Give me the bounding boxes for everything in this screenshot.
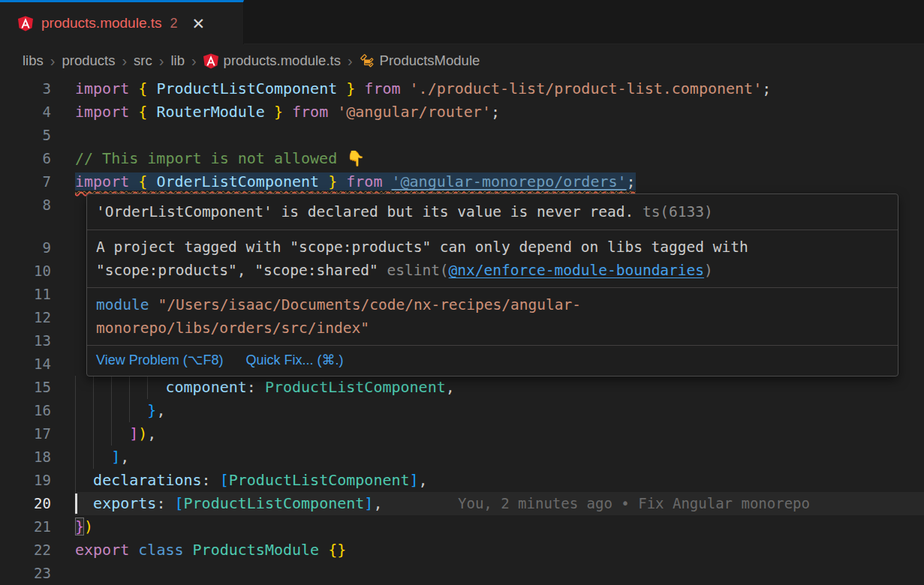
line-number: 16 — [0, 399, 51, 422]
tab-file-icon-slot — [18, 16, 33, 31]
line-number: 4 — [0, 100, 51, 124]
code-text[interactable]: // This import is not allowed 👇 — [75, 147, 924, 170]
code-line-19[interactable]: 19 declarations: [ProductListComponent], — [0, 469, 924, 492]
tab-bar: products.module.ts 2 ✕ — [0, 0, 924, 44]
code-text[interactable]: }, — [75, 399, 924, 422]
breadcrumb-separator: › — [50, 52, 56, 70]
indent-guide — [111, 422, 112, 446]
breadcrumb-separator: › — [191, 52, 197, 70]
tab-products-module[interactable]: products.module.ts 2 ✕ — [0, 0, 244, 44]
module-info: module"/Users/isaac/Documents/code/nx-re… — [87, 287, 898, 345]
module-path-line1: "/Users/isaac/Documents/code/nx-recipes/… — [158, 296, 581, 314]
git-blame-annotation: You, 2 minutes ago • Fix Angular monorep… — [458, 492, 810, 515]
code-line-20[interactable]: 20 exports: [ProductListComponent],You, … — [0, 492, 924, 515]
line-number: 8 — [0, 194, 51, 217]
code-text[interactable] — [75, 124, 924, 147]
view-problem-action[interactable]: View Problem (⌥F8) — [96, 350, 223, 370]
code-line-4[interactable]: 4import { RouterModule } from '@angular/… — [0, 100, 924, 124]
hover-actions: View Problem (⌥F8) Quick Fix... (⌘.) — [87, 345, 898, 376]
breadcrumb-item-libs[interactable]: libs — [23, 52, 44, 69]
code-line-7[interactable]: 7import { OrderListComponent } from '@an… — [0, 170, 924, 194]
line-number: 21 — [0, 515, 51, 538]
tab-error-count-badge: 2 — [170, 16, 178, 32]
diagnostic-ts: 'OrderListComponent' is declared but its… — [87, 194, 898, 230]
code-text[interactable]: export class ProductsModule {} — [75, 538, 924, 562]
indent-guide — [111, 399, 112, 422]
indent-guide — [93, 446, 94, 469]
module-path-line2: monorepo/libs/orders/src/index" — [96, 320, 369, 337]
indent-guide — [75, 469, 76, 492]
code-line-23[interactable]: 23 — [0, 562, 924, 585]
diagnostic-eslint: A project tagged with "scope:products" c… — [87, 230, 898, 287]
text-cursor — [75, 494, 77, 514]
code-line-21[interactable]: 21}) — [0, 515, 924, 538]
line-number: 5 — [0, 124, 51, 147]
indent-guide — [147, 376, 148, 399]
breadcrumb-separator: › — [122, 52, 127, 70]
code-text[interactable]: import { OrderListComponent } from '@ang… — [75, 170, 924, 194]
code-editor[interactable]: 3import { ProductListComponent } from '.… — [0, 77, 924, 585]
breadcrumb-item-products[interactable]: products — [62, 52, 115, 69]
code-text[interactable]: exports: [ProductListComponent],You, 2 m… — [75, 492, 924, 515]
breadcrumb-item-productsmodule[interactable]: ProductsModule — [360, 52, 480, 69]
eslint-rule-link[interactable]: @nx/enforce-module-boundaries — [449, 262, 704, 279]
code-text[interactable]: component: ProductListComponent, — [75, 376, 924, 399]
code-text[interactable]: import { RouterModule } from '@angular/r… — [75, 100, 924, 124]
line-number: 18 — [0, 446, 51, 469]
indent-guide — [93, 399, 94, 422]
code-line-17[interactable]: 17 ]), — [0, 422, 924, 446]
code-line-22[interactable]: 22export class ProductsModule {} — [0, 538, 924, 562]
code-line-18[interactable]: 18 ], — [0, 446, 924, 469]
diagnostic-eslint-line1: A project tagged with "scope:products" c… — [96, 236, 889, 259]
line-number: 13 — [0, 329, 51, 352]
line-number: 11 — [0, 283, 51, 306]
line-number: 23 — [0, 562, 51, 585]
breadcrumb: libs›products›src›lib› products.module.t… — [0, 44, 924, 77]
code-text[interactable] — [75, 562, 924, 585]
angular-icon — [203, 53, 218, 69]
indent-guide — [75, 446, 76, 469]
quick-fix-action[interactable]: Quick Fix... (⌘.) — [245, 350, 343, 370]
breadcrumb-item-src[interactable]: src — [134, 52, 152, 69]
diagnostic-eslint-line2: "scope:products", "scope:shared" eslint(… — [96, 259, 889, 282]
line-number: 17 — [0, 422, 51, 446]
tab-title: products.module.ts — [41, 15, 162, 32]
line-number: 15 — [0, 376, 51, 399]
code-text[interactable]: import { ProductListComponent } from './… — [75, 77, 924, 100]
hover-popup: 'OrderListComponent' is declared but its… — [86, 194, 898, 376]
line-number: 19 — [0, 469, 51, 492]
indent-guide — [129, 376, 130, 399]
class-symbol-icon — [360, 53, 375, 68]
code-text[interactable]: ]), — [75, 422, 924, 446]
breadcrumb-item-lib[interactable]: lib — [170, 52, 185, 69]
code-line-6[interactable]: 6// This import is not allowed 👇 — [0, 147, 924, 170]
code-line-3[interactable]: 3import { ProductListComponent } from '.… — [0, 77, 924, 100]
tab-close-icon[interactable]: ✕ — [192, 16, 206, 32]
module-keyword: module — [96, 296, 149, 314]
indent-guide — [75, 399, 76, 422]
angular-icon — [18, 16, 33, 32]
indent-guide — [93, 422, 94, 446]
line-number: 9 — [0, 236, 51, 260]
code-line-15[interactable]: 15 component: ProductListComponent, — [0, 376, 924, 399]
line-number: 20 — [0, 492, 51, 515]
breadcrumb-separator: › — [159, 52, 164, 70]
indent-guide — [129, 399, 130, 422]
breadcrumb-separator: › — [348, 52, 353, 70]
line-number: 12 — [0, 306, 51, 329]
indent-guide — [111, 376, 112, 399]
indent-guide — [93, 376, 94, 399]
line-number: 22 — [0, 538, 51, 562]
indent-guide — [75, 376, 76, 399]
code-text[interactable]: ], — [75, 446, 924, 469]
line-number: 7 — [0, 170, 51, 194]
code-line-5[interactable]: 5 — [0, 124, 924, 147]
code-text[interactable]: }) — [75, 515, 924, 538]
breadcrumb-item-products.module.ts[interactable]: products.module.ts — [203, 52, 341, 69]
line-number: 14 — [0, 352, 51, 376]
line-number: 6 — [0, 147, 51, 170]
code-text[interactable]: declarations: [ProductListComponent], — [75, 469, 924, 492]
line-number: 10 — [0, 260, 51, 283]
diagnostic-ts-message: 'OrderListComponent' is declared but its… — [96, 203, 634, 220]
code-line-16[interactable]: 16 }, — [0, 399, 924, 422]
